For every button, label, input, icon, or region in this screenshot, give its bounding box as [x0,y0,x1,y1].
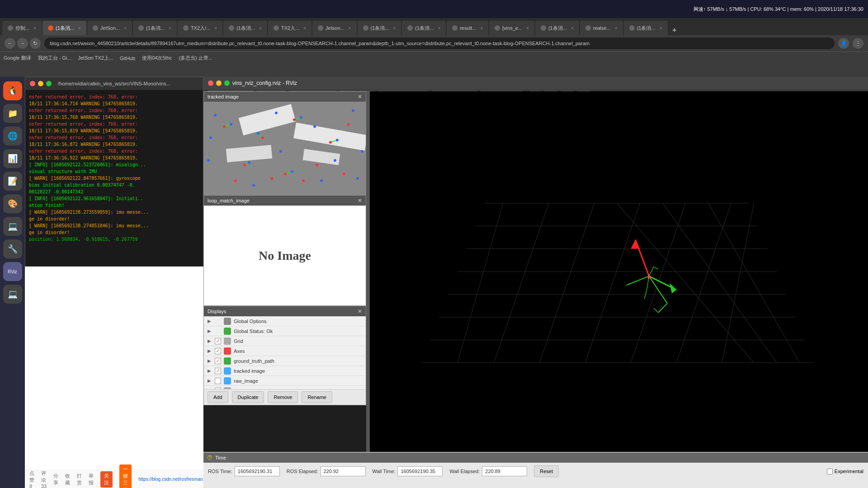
display-item-6[interactable]: ▶raw_image [204,376,366,386]
browser-tab-4[interactable]: TX2入/...× [178,21,222,35]
browser-tab-14[interactable]: (1条消...× [624,21,668,35]
profile-button[interactable]: 👤 [838,38,849,49]
display-item-3[interactable]: ▶✓Axes [204,346,366,356]
rviz-maximize-button[interactable] [224,80,230,86]
browser-tab-10[interactable]: result...× [447,21,488,35]
dock-icon-home[interactable]: 🐧 [3,81,22,100]
url-bar[interactable]: blog.csdn.net/weixin_44580210/article/de… [44,38,835,49]
remove-display-button[interactable]: Remove [268,391,298,403]
experimental-check[interactable]: Experimental [827,469,863,474]
ros-time-value[interactable]: 1605692190.31 [235,466,280,476]
action-report[interactable]: 举报 [89,473,94,486]
tab-close-14[interactable]: × [660,26,662,31]
experimental-checkbox[interactable] [827,469,833,474]
display-checkbox-7[interactable] [215,388,221,389]
tab-close-0[interactable]: × [33,26,36,31]
action-triple[interactable]: 一键三连 [119,465,132,488]
browser-tab-11[interactable]: [vins_e...× [489,21,534,35]
browser-tab-6[interactable]: TX2入...× [268,21,311,35]
reload-button[interactable]: ↻ [30,38,41,49]
bookmark-item-2[interactable]: JetSon TX2上... [78,55,113,61]
display-item-2[interactable]: ▶✓Grid [204,336,366,346]
browser-tab-9[interactable]: (1条消...× [402,21,446,35]
tab-close-5[interactable]: × [259,26,262,31]
action-collect[interactable]: 收藏 [65,473,70,486]
dock-icon-rviz[interactable]: RViz [3,262,22,281]
tab-close-2[interactable]: × [124,26,127,31]
svg-point-38 [252,184,255,187]
action-like[interactable]: 点赞8 [29,470,34,488]
loop-match-close[interactable]: ✕ [358,197,362,204]
time-reset-button[interactable]: Reset [534,465,559,477]
browser-tab-7[interactable]: Jetson...× [312,21,356,35]
tab-close-6[interactable]: × [303,26,306,31]
terminal-close-button[interactable] [30,81,35,86]
tracked-image-close[interactable]: ✕ [358,94,362,100]
bookmark-item-1[interactable]: 我的工台 - Gi... [38,55,71,61]
tab-close-11[interactable]: × [526,26,529,31]
display-item-5[interactable]: ▶✓tracked image [204,366,366,376]
menu-button[interactable]: ⋮ [853,38,863,49]
display-checkbox-5[interactable]: ✓ [215,368,221,374]
browser-tab-12[interactable]: (1条消...× [535,21,579,35]
bookmark-item-4[interactable]: 使用04次5thc [142,55,172,61]
terminal-maximize-button[interactable] [46,81,52,86]
tab-close-9[interactable]: × [438,26,440,31]
dock-icon-graphics[interactable]: 🎨 [3,194,22,213]
tab-close-3[interactable]: × [169,26,171,31]
display-item-0[interactable]: ▶Global Options [204,316,366,326]
bookmark-item-0[interactable]: Google 翻译 [4,55,31,61]
add-display-button[interactable]: Add [208,391,228,403]
wall-elapsed-value[interactable]: 220.89 [482,466,527,476]
tab-close-7[interactable]: × [349,26,351,31]
action-reward[interactable]: 打赏 [77,473,82,486]
duplicate-display-button[interactable]: Duplicate [232,391,264,403]
bookmark-item-3[interactable]: GitHub [120,56,135,61]
rviz-close-button[interactable] [208,80,213,86]
display-checkbox-4[interactable]: ✓ [215,358,221,364]
ros-time-field: ROS Time: 1605692190.31 [208,466,280,476]
tab-close-13[interactable]: × [615,26,618,31]
new-tab-button[interactable]: + [672,26,677,35]
browser-tab-0[interactable]: 控制...× [2,21,42,35]
tab-close-8[interactable]: × [393,26,396,31]
tab-close-10[interactable]: × [480,26,483,31]
terminal-minimize-button[interactable] [38,81,43,86]
rviz-3d-view[interactable] [366,91,868,452]
action-follow[interactable]: 关注 [100,471,113,488]
display-checkbox-6[interactable] [215,378,221,384]
ros-elapsed-value[interactable]: 220.92 [321,466,366,476]
dock-icon-office[interactable]: 📊 [3,149,22,168]
tab-close-4[interactable]: × [214,26,217,31]
dock-icon-files[interactable]: 📁 [3,104,22,123]
bookmark-item-5[interactable]: (多态当) 止带... [179,55,212,61]
displays-close[interactable]: ✕ [358,308,362,314]
panel-resize-handle[interactable] [366,91,370,452]
action-share[interactable]: 分享 [53,473,58,486]
dock-icon-settings[interactable]: 🔧 [3,239,22,258]
back-button[interactable]: ← [5,38,15,49]
tab-close-12[interactable]: × [571,26,574,31]
display-item-1[interactable]: ▶Global Status: Ok [204,326,366,336]
dock-icon-terminal[interactable]: 💻 [3,217,22,236]
dock-icon-browser[interactable]: 🌐 [3,127,22,145]
rename-display-button[interactable]: Rename [302,391,332,403]
forward-button[interactable]: → [17,38,28,49]
display-checkbox-2[interactable]: ✓ [215,338,221,344]
browser-tab-5[interactable]: (1条消...× [223,21,267,35]
display-item-4[interactable]: ▶✓ground_truth_path [204,356,366,366]
action-comment[interactable]: 评论33 [41,470,47,488]
browser-tab-2[interactable]: JetSon...× [87,21,132,35]
display-item-7[interactable]: ▶VIO [204,386,366,389]
display-checkbox-3[interactable]: ✓ [215,348,221,354]
browser-tab-3[interactable]: (1条消...× [133,21,177,35]
wall-time-value[interactable]: 1605692190.35 [397,466,443,476]
browser-tab-8[interactable]: (1条消...× [358,21,401,35]
terminal-body[interactable]: nsfer returned error, index: 768, error:… [25,90,203,266]
dock-icon-terminal2[interactable]: 💻 [3,285,22,304]
tab-close-1[interactable]: × [78,26,81,31]
browser-tab-13[interactable]: realse...× [580,21,623,35]
rviz-minimize-button[interactable] [216,80,222,86]
browser-tab-1[interactable]: (1条消...× [42,21,86,35]
dock-icon-text[interactable]: 📝 [3,172,22,191]
